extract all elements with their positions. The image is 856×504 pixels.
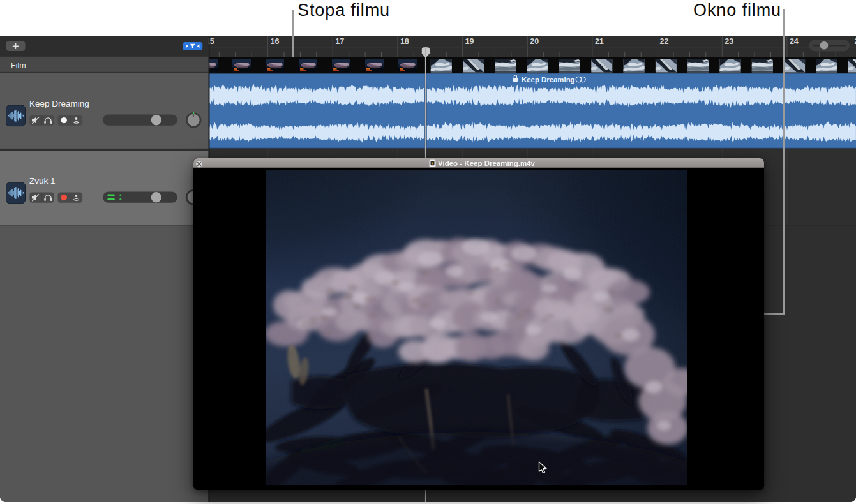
svg-text:Zvuk 1: Zvuk 1 [29, 176, 56, 186]
svg-text:Film: Film [11, 61, 26, 70]
svg-text:Keep Dreaming: Keep Dreaming [29, 99, 89, 108]
